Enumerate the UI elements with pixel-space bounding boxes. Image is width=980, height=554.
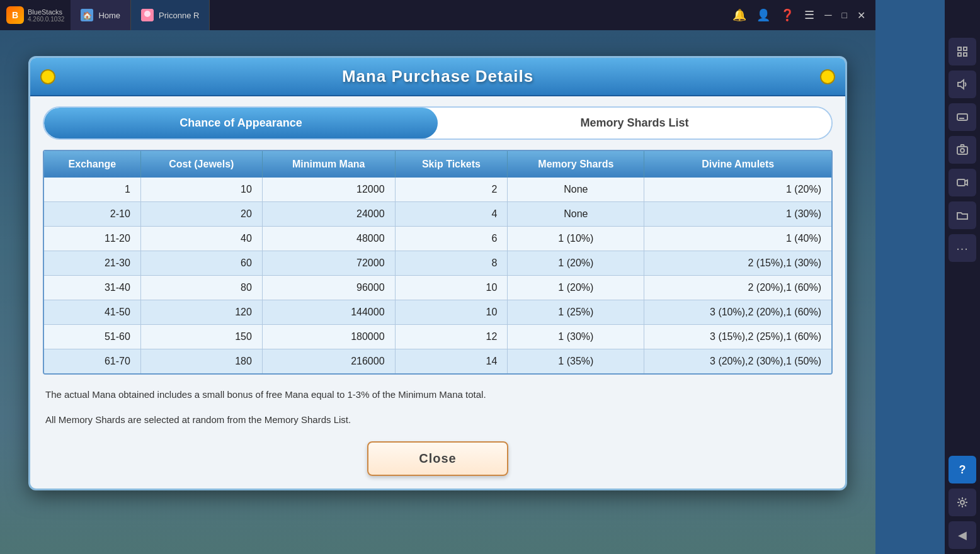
svg-rect-7: [964, 53, 967, 56]
tab-memory-shards-list[interactable]: Memory Shards List: [438, 108, 831, 138]
bluestacks-name: BlueStacks 4.260.0.1032: [28, 8, 64, 23]
tab-home[interactable]: 🏠 Home: [71, 0, 131, 30]
svg-rect-9: [957, 114, 967, 120]
right-sidebar: ··· ? ◀: [945, 0, 980, 554]
table-row: 21-30607200081 (20%)2 (15%),1 (30%): [44, 251, 831, 276]
modal-note-2: All Memory Shards are selected at random…: [30, 410, 845, 435]
tab-chance-of-appearance[interactable]: Chance of Appearance: [44, 108, 438, 138]
sidebar-folder-btn[interactable]: [949, 201, 976, 229]
svg-rect-5: [964, 47, 967, 50]
svg-marker-17: [965, 180, 967, 185]
tab-priconne[interactable]: Priconne R: [131, 0, 210, 30]
game-area: Mana Purchase Details Chance of Appearan…: [0, 30, 875, 554]
topbar: B BlueStacks 4.260.0.1032 🏠 Home Priconn…: [0, 0, 875, 30]
table-header-row: Exchange Cost (Jewels) Minimum Mana Skip…: [44, 151, 831, 178]
sidebar-settings-btn[interactable]: [949, 489, 976, 516]
modal-note-1: The actual Mana obtained includes a smal…: [30, 385, 845, 410]
purchase-details-table: Exchange Cost (Jewels) Minimum Mana Skip…: [44, 151, 831, 373]
table-row: 11-20404800061 (10%)1 (40%): [44, 227, 831, 251]
sidebar-screenshot-btn[interactable]: [949, 136, 976, 164]
sidebar-help-btn[interactable]: ?: [949, 456, 976, 483]
sidebar-more-btn[interactable]: ···: [949, 234, 976, 262]
purchase-details-table-container: Exchange Cost (Jewels) Minimum Mana Skip…: [43, 150, 833, 375]
home-tab-label: Home: [98, 11, 120, 20]
bluestacks-icon: B: [6, 6, 24, 24]
sidebar-video-btn[interactable]: [949, 169, 976, 196]
col-cost: Cost (Jewels): [140, 151, 262, 178]
col-mana: Minimum Mana: [262, 151, 395, 178]
sidebar-sound-btn[interactable]: [949, 71, 976, 98]
table-row: 41-50120144000101 (25%)3 (10%),2 (20%),1…: [44, 300, 831, 325]
svg-rect-6: [958, 53, 961, 56]
maximize-icon[interactable]: □: [842, 10, 847, 20]
priconne-tab-label: Priconne R: [159, 11, 199, 20]
mana-purchase-modal: Mana Purchase Details Chance of Appearan…: [28, 56, 847, 490]
svg-point-3: [144, 11, 151, 17]
modal-title-bar: Mana Purchase Details: [30, 58, 845, 96]
modal-tab-container: Chance of Appearance Memory Shards List: [43, 106, 833, 140]
svg-marker-8: [958, 80, 964, 89]
sidebar-keyboard-btn[interactable]: [949, 103, 976, 131]
table-row: 110120002None1 (20%): [44, 178, 831, 202]
modal-title: Mana Purchase Details: [342, 67, 533, 86]
modal-overlay: Mana Purchase Details Chance of Appearan…: [0, 30, 875, 554]
priconne-tab-icon: [141, 9, 154, 21]
svg-point-15: [960, 149, 964, 152]
col-shards: Memory Shards: [508, 151, 644, 178]
svg-point-18: [960, 500, 964, 504]
close-btn-container: Close: [30, 435, 845, 489]
user-icon[interactable]: 👤: [756, 8, 770, 22]
minimize-icon[interactable]: ─: [824, 9, 831, 21]
help-icon[interactable]: ❓: [780, 8, 794, 22]
svg-text:🏠: 🏠: [83, 11, 92, 20]
table-row: 51-60150180000121 (30%)3 (15%),2 (25%),1…: [44, 325, 831, 349]
svg-rect-14: [957, 147, 967, 154]
table-row: 61-70180216000141 (35%)3 (20%),2 (30%),1…: [44, 349, 831, 374]
table-row: 31-408096000101 (20%)2 (20%),1 (60%): [44, 276, 831, 300]
bluestacks-logo: B BlueStacks 4.260.0.1032: [0, 6, 71, 24]
col-tickets: Skip Tickets: [395, 151, 508, 178]
menu-icon[interactable]: ☰: [804, 8, 814, 22]
col-amulets: Divine Amulets: [644, 151, 831, 178]
sidebar-fullscreen-btn[interactable]: [949, 38, 976, 65]
col-exchange: Exchange: [44, 151, 140, 178]
home-tab-icon: 🏠: [81, 9, 93, 21]
bell-icon[interactable]: 🔔: [732, 8, 746, 22]
svg-rect-4: [958, 47, 961, 50]
svg-rect-16: [957, 179, 965, 186]
table-row: 2-1020240004None1 (30%): [44, 202, 831, 227]
topbar-controls: 🔔 👤 ❓ ☰ ─ □ ✕: [732, 8, 875, 22]
close-icon[interactable]: ✕: [857, 9, 865, 21]
close-button[interactable]: Close: [367, 441, 508, 476]
sidebar-back-btn[interactable]: ◀: [949, 521, 976, 549]
